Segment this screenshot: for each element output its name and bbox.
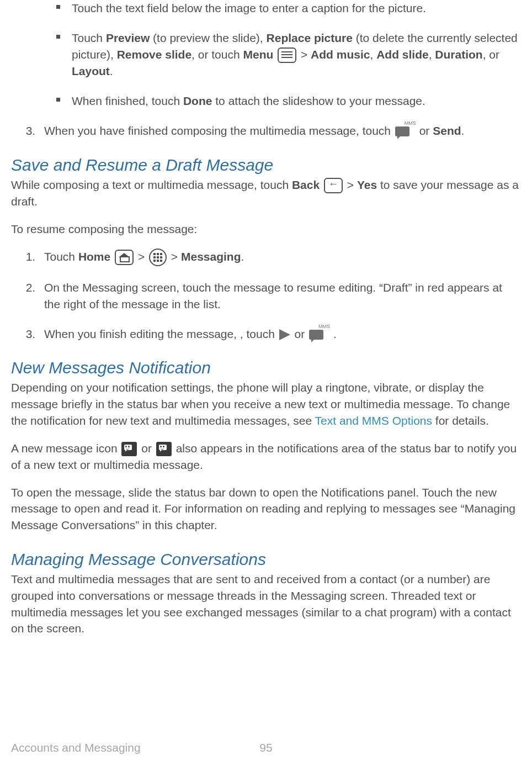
text: to attach the slideshow to your message. <box>212 94 425 107</box>
bold-home: Home <box>78 250 110 263</box>
step-home-messaging: Touch Home > > Messaging. <box>39 249 521 266</box>
mms-label: MMS <box>318 323 330 330</box>
new-message-icon <box>121 442 137 456</box>
text: , <box>429 48 435 61</box>
bold-menu: Menu <box>243 48 274 61</box>
text: When finished, touch <box>72 94 183 107</box>
text: . <box>110 65 113 77</box>
text: . <box>461 124 465 137</box>
bold-remove-slide: Remove slide <box>117 48 191 61</box>
bullet-slide-options: Touch Preview (to preview the slide), Re… <box>56 30 521 80</box>
text: When you have finished composing the mul… <box>44 124 394 137</box>
bold-messaging: Messaging <box>181 250 241 263</box>
bold-duration: Duration <box>435 48 482 61</box>
text: > <box>168 250 181 263</box>
text: > <box>297 48 311 61</box>
text: Touch <box>72 31 106 44</box>
text: > <box>344 178 357 191</box>
menu-icon <box>278 47 296 63</box>
mms-label: MMS <box>405 120 416 127</box>
text: > <box>135 250 148 263</box>
bold-add-slide: Add slide <box>376 48 429 61</box>
footer-page-number: 95 <box>259 741 272 754</box>
text: A new message icon <box>11 442 120 455</box>
text: Touch the text field below the image to … <box>72 2 426 14</box>
paragraph-new-message-icon: A new message icon or also appears in th… <box>11 440 521 473</box>
footer-chapter: Accounts and Messaging <box>11 741 141 754</box>
paragraph-open-message: To open the message, slide the status ba… <box>11 484 521 534</box>
text: (to preview the slide), <box>150 31 266 44</box>
step-send-mms: When you have finished composing the mul… <box>39 123 521 139</box>
mms-send-icon: MMS <box>395 124 415 139</box>
step-resume-edit: On the Messaging screen, touch the messa… <box>39 279 521 313</box>
new-mms-icon <box>156 442 172 456</box>
bold-add-music: Add music <box>311 48 370 61</box>
bold-done: Done <box>183 94 212 107</box>
text: or <box>138 442 155 455</box>
mms-send-icon: MMS <box>309 328 329 342</box>
link-text-mms-options[interactable]: Text and MMS Options <box>315 414 432 427</box>
page-footer: Accounts and Messaging 95 <box>11 741 521 754</box>
home-icon <box>115 250 134 265</box>
heading-save-resume: Save and Resume a Draft Message <box>11 156 521 175</box>
text: On the Messaging screen, touch the messa… <box>44 281 502 310</box>
paragraph-conversations: Text and multimedia messages that are se… <box>11 571 521 637</box>
paragraph-save-draft: While composing a text or multimedia mes… <box>11 177 521 210</box>
text: , or <box>483 48 499 61</box>
text: . <box>330 328 337 340</box>
bold-replace-picture: Replace picture <box>267 31 353 44</box>
send-icon <box>279 329 290 340</box>
paragraph-resume-intro: To resume composing the message: <box>11 221 521 237</box>
heading-new-messages: New Messages Notification <box>11 358 521 377</box>
bold-layout: Layout <box>72 65 110 77</box>
heading-managing-conversations: Managing Message Conversations <box>11 550 521 569</box>
bold-yes: Yes <box>357 178 377 191</box>
text: , <box>370 48 376 61</box>
bullet-caption: Touch the text field below the image to … <box>56 0 521 17</box>
text: When you finish editing the message, , t… <box>44 328 278 340</box>
step-finish-edit: When you finish editing the message, , t… <box>39 326 521 342</box>
paragraph-notification-settings: Depending on your notification settings,… <box>11 379 521 429</box>
text: . <box>241 250 244 263</box>
bullet-done: When finished, touch Done to attach the … <box>56 93 521 109</box>
text: or <box>291 328 308 340</box>
apps-icon <box>149 249 167 266</box>
bold-send: Send <box>433 124 461 137</box>
text: While composing a text or multimedia mes… <box>11 178 292 191</box>
bold-back: Back <box>292 178 320 191</box>
text: Touch <box>44 250 78 263</box>
bold-preview: Preview <box>106 31 150 44</box>
text: , or touch <box>191 48 243 61</box>
back-icon <box>324 178 343 193</box>
text: or <box>416 124 433 137</box>
text: for details. <box>432 414 489 427</box>
